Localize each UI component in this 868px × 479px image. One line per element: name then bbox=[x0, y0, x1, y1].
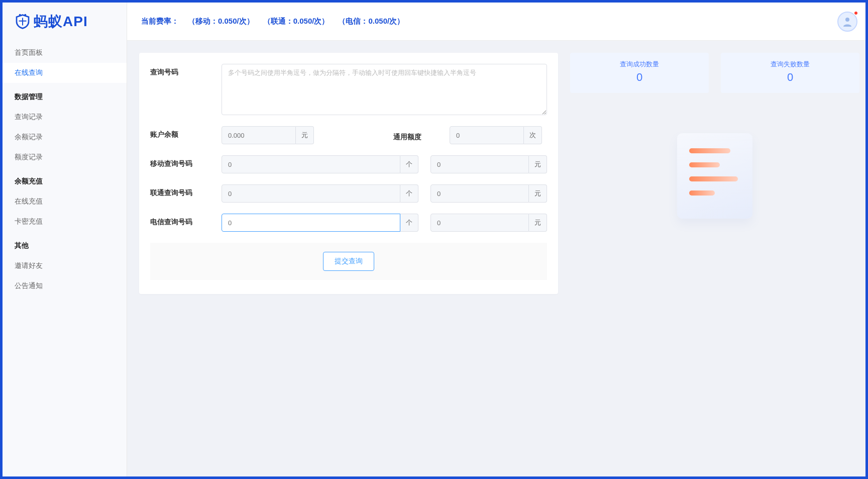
stat-fail-label: 查询失败数量 bbox=[721, 60, 859, 69]
sidebar-item-online-query[interactable]: 在线查询 bbox=[3, 63, 127, 83]
sidebar-item-quota-records[interactable]: 额度记录 bbox=[3, 147, 127, 167]
quota-unit: 次 bbox=[524, 126, 542, 144]
query-numbers-input[interactable] bbox=[222, 64, 547, 115]
unicom-cost-input[interactable] bbox=[430, 184, 529, 203]
sidebar-group-recharge: 余额充值 bbox=[3, 171, 127, 191]
sidebar-group-other: 其他 bbox=[3, 236, 127, 256]
rate-unicom: （联通：0.050/次） bbox=[263, 17, 330, 26]
logo: 蚂蚁API bbox=[3, 3, 127, 41]
topbar: 当前费率： （移动：0.050/次） （联通：0.050/次） （电信：0.05… bbox=[127, 3, 868, 41]
balance-unit: 元 bbox=[296, 126, 314, 144]
svg-point-1 bbox=[24, 14, 26, 16]
svg-point-0 bbox=[19, 14, 21, 16]
sidebar-item-query-records[interactable]: 查询记录 bbox=[3, 107, 127, 127]
sidebar-item-card-recharge[interactable]: 卡密充值 bbox=[3, 212, 127, 232]
sidebar-item-dashboard[interactable]: 首页面板 bbox=[3, 43, 127, 63]
mobile-count-input[interactable] bbox=[222, 155, 400, 173]
balance-input[interactable] bbox=[222, 126, 296, 144]
rate-mobile: （移动：0.050/次） bbox=[188, 17, 254, 26]
sidebar-item-balance-records[interactable]: 余额记录 bbox=[3, 127, 127, 147]
sidebar-group-data: 数据管理 bbox=[3, 87, 127, 107]
telecom-cost-input[interactable] bbox=[430, 214, 529, 232]
sidebar-item-announcements[interactable]: 公告通知 bbox=[3, 276, 127, 296]
submit-wrap: 提交查询 bbox=[150, 243, 547, 280]
stat-fail: 查询失败数量 0 bbox=[721, 53, 859, 93]
query-form-card: 查询号码 账户余额 元 通用额度 bbox=[139, 53, 558, 294]
stat-fail-value: 0 bbox=[721, 71, 859, 84]
main: 当前费率： （移动：0.050/次） （联通：0.050/次） （电信：0.05… bbox=[127, 3, 868, 476]
balance-label: 账户余额 bbox=[150, 126, 222, 139]
telecom-label: 电信查询号码 bbox=[150, 214, 222, 227]
rate-label: 当前费率： bbox=[141, 17, 179, 26]
stat-success: 查询成功数量 0 bbox=[570, 53, 709, 93]
sidebar-item-online-recharge[interactable]: 在线充值 bbox=[3, 191, 127, 212]
sidebar-item-invite[interactable]: 邀请好友 bbox=[3, 256, 127, 276]
rate-telecom: （电信：0.050/次） bbox=[338, 17, 404, 26]
mobile-cost-unit: 元 bbox=[529, 155, 547, 173]
quota-label: 通用额度 bbox=[393, 129, 421, 142]
empty-illustration bbox=[570, 133, 859, 219]
sidebar: 蚂蚁API 首页面板 在线查询 数据管理 查询记录 余额记录 额度记录 余额充值… bbox=[3, 3, 127, 476]
telecom-count-input[interactable] bbox=[222, 214, 400, 232]
submit-button[interactable]: 提交查询 bbox=[323, 252, 374, 271]
stat-success-label: 查询成功数量 bbox=[570, 60, 709, 69]
nav: 首页面板 在线查询 数据管理 查询记录 余额记录 额度记录 余额充值 在线充值 … bbox=[3, 41, 127, 296]
svg-point-2 bbox=[845, 18, 849, 22]
logo-icon bbox=[15, 14, 31, 30]
unicom-count-unit: 个 bbox=[400, 184, 418, 203]
user-menu[interactable] bbox=[837, 12, 857, 32]
telecom-cost-unit: 元 bbox=[529, 214, 547, 232]
stats-column: 查询成功数量 0 查询失败数量 0 bbox=[570, 53, 859, 219]
stat-success-value: 0 bbox=[570, 71, 709, 84]
notification-badge bbox=[853, 11, 858, 16]
rates: 当前费率： （移动：0.050/次） （联通：0.050/次） （电信：0.05… bbox=[141, 17, 404, 26]
mobile-cost-input[interactable] bbox=[430, 155, 529, 173]
unicom-count-input[interactable] bbox=[222, 184, 400, 203]
logo-text: 蚂蚁API bbox=[34, 12, 88, 31]
content: 查询号码 账户余额 元 通用额度 bbox=[127, 41, 868, 476]
unicom-cost-unit: 元 bbox=[529, 184, 547, 203]
quota-input[interactable] bbox=[450, 126, 524, 144]
mobile-label: 移动查询号码 bbox=[150, 155, 222, 168]
telecom-count-unit: 个 bbox=[400, 214, 418, 232]
unicom-label: 联通查询号码 bbox=[150, 184, 222, 198]
query-numbers-label: 查询号码 bbox=[150, 64, 222, 77]
mobile-count-unit: 个 bbox=[400, 155, 418, 173]
